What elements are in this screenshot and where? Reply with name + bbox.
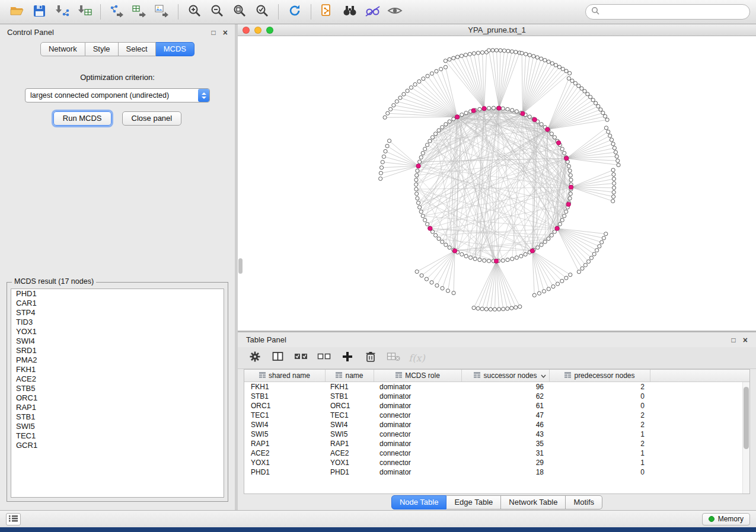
network-node[interactable] [511, 257, 514, 261]
table-row[interactable]: FKH1FKH1dominator962 [244, 382, 742, 392]
column-header-successor-nodes[interactable]: successor nodes [462, 370, 550, 382]
cell-name[interactable]: ACE2 [326, 449, 374, 457]
network-node[interactable] [418, 160, 422, 164]
cell-mcds-role[interactable]: connector [374, 459, 462, 467]
network-node-dominator[interactable] [546, 127, 550, 132]
network-node[interactable] [515, 256, 518, 259]
network-node[interactable] [506, 307, 509, 310]
network-node[interactable] [414, 178, 418, 182]
network-node[interactable] [428, 139, 432, 143]
mcds-result-item[interactable]: TID3 [11, 318, 224, 327]
table-row[interactable]: YOX1YOX1connector291 [244, 458, 742, 467]
table-row[interactable]: ACE2ACE2connector311 [244, 448, 742, 458]
network-node[interactable] [472, 52, 476, 55]
network-node[interactable] [460, 54, 463, 57]
network-node[interactable] [600, 241, 604, 244]
import-network-button[interactable] [51, 2, 72, 21]
tab-node-table[interactable]: Node Table [391, 495, 447, 509]
cell-shared-name[interactable]: SWI5 [244, 430, 326, 438]
zoom-fit-button[interactable] [229, 2, 250, 21]
network-node[interactable] [409, 86, 413, 89]
network-node[interactable] [607, 130, 610, 133]
window-close-icon[interactable] [243, 27, 250, 34]
network-node-dominator[interactable] [455, 115, 459, 119]
network-node-dominator[interactable] [569, 185, 573, 189]
network-node[interactable] [382, 155, 385, 158]
network-node[interactable] [550, 233, 553, 237]
network-node[interactable] [464, 254, 468, 258]
network-node[interactable] [586, 259, 590, 263]
network-node[interactable] [379, 177, 382, 181]
cell-successor-nodes[interactable]: 96 [462, 383, 550, 391]
network-node[interactable] [439, 68, 443, 71]
network-node[interactable] [483, 259, 486, 262]
network-node[interactable] [476, 51, 480, 55]
network-node[interactable] [419, 156, 423, 159]
table-row[interactable]: RAP1RAP1dominator352 [244, 439, 742, 448]
task-history-button[interactable] [6, 513, 21, 525]
network-node[interactable] [564, 69, 568, 73]
network-node[interactable] [422, 77, 425, 81]
network-node[interactable] [491, 49, 495, 52]
column-header-shared-name[interactable]: shared name [244, 370, 326, 382]
network-node[interactable] [599, 108, 602, 111]
network-node[interactable] [563, 151, 566, 155]
network-canvas[interactable] [238, 36, 756, 331]
search-input[interactable] [603, 8, 744, 17]
network-node[interactable] [389, 107, 393, 111]
network-node[interactable] [514, 50, 518, 54]
network-node[interactable] [468, 256, 472, 259]
cell-predecessor-nodes[interactable]: 2 [550, 440, 650, 448]
network-node[interactable] [487, 49, 490, 52]
network-node[interactable] [520, 52, 524, 55]
network-node-dominator[interactable] [482, 107, 486, 111]
column-header-mcds-role[interactable]: MCDS role [374, 370, 462, 382]
table-row[interactable]: PHD1PHD1dominator180 [244, 467, 742, 477]
close-panel-button[interactable]: Close panel [122, 111, 182, 126]
network-node[interactable] [592, 252, 596, 256]
cell-predecessor-nodes[interactable]: 1 [550, 430, 650, 438]
network-node-dominator[interactable] [566, 202, 570, 206]
network-node[interactable] [430, 72, 433, 75]
network-node[interactable] [444, 123, 448, 126]
network-node[interactable] [560, 279, 564, 283]
network-node[interactable] [406, 89, 409, 92]
table-row[interactable]: SWI5SWI5connector431 [244, 430, 742, 439]
cell-shared-name[interactable]: TEC1 [244, 411, 326, 419]
function-builder-button[interactable]: f(x) [408, 350, 426, 366]
network-node[interactable] [556, 282, 559, 286]
global-search-field[interactable] [585, 4, 750, 20]
network-node[interactable] [612, 172, 615, 176]
cell-successor-nodes[interactable]: 35 [462, 440, 550, 448]
network-node[interactable] [441, 287, 444, 290]
float-panel-icon[interactable]: □ [212, 29, 216, 36]
network-node[interactable] [605, 118, 609, 121]
network-node[interactable] [554, 63, 557, 67]
cell-mcds-role[interactable]: connector [374, 430, 462, 438]
network-node[interactable] [464, 53, 467, 57]
network-node[interactable] [569, 178, 573, 182]
zoom-out-button[interactable] [206, 2, 228, 21]
network-node[interactable] [506, 49, 510, 53]
network-node[interactable] [506, 107, 509, 111]
cell-shared-name[interactable]: YOX1 [244, 459, 326, 467]
cell-shared-name[interactable]: FKH1 [244, 383, 326, 391]
tab-network[interactable]: Network [40, 42, 85, 56]
network-node[interactable] [478, 107, 481, 111]
column-header-name[interactable]: name [326, 370, 374, 382]
cell-name[interactable]: YOX1 [326, 459, 374, 467]
cell-successor-nodes[interactable]: 61 [462, 402, 550, 410]
network-node-dominator[interactable] [497, 106, 501, 110]
network-node[interactable] [480, 307, 484, 310]
cell-shared-name[interactable]: STB1 [244, 392, 326, 400]
table-row[interactable]: TEC1TEC1connector472 [244, 411, 742, 420]
network-node[interactable] [611, 199, 615, 203]
zoom-selected-button[interactable] [251, 2, 273, 21]
network-node[interactable] [547, 60, 550, 63]
mcds-result-item[interactable]: PMA2 [11, 355, 224, 365]
network-node[interactable] [495, 49, 498, 52]
network-node[interactable] [395, 100, 398, 103]
cell-successor-nodes[interactable]: 31 [462, 449, 550, 457]
deselect-all-rows-button[interactable] [315, 350, 333, 366]
network-node[interactable] [568, 72, 572, 75]
